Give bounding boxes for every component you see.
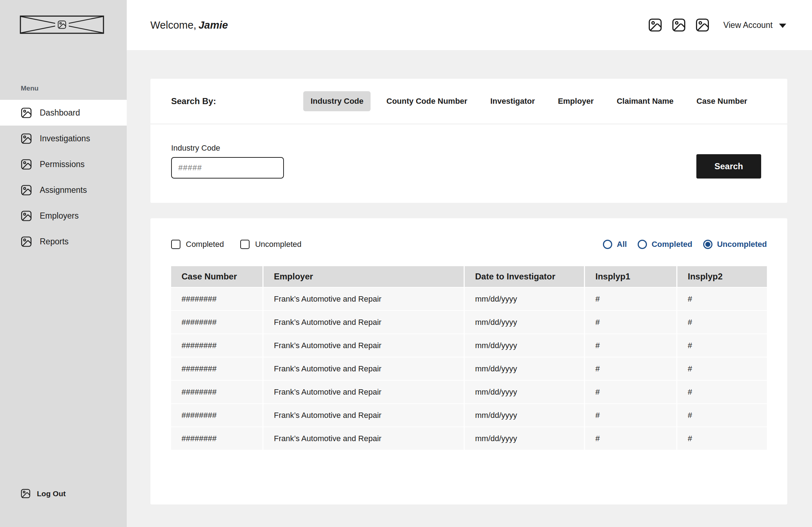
radio-completed[interactable]: Completed: [638, 240, 692, 249]
industry-code-input[interactable]: [171, 157, 284, 179]
radio-label: Completed: [652, 240, 692, 249]
search-form-row: Industry Code Search: [150, 124, 787, 179]
cell-insplyp1: #: [585, 334, 677, 357]
cell-case-number: ########: [171, 427, 264, 450]
header-actions: View Account: [647, 17, 786, 33]
tab-industry-code[interactable]: Industry Code: [303, 91, 371, 111]
table-row[interactable]: ######## Frank’s Automotive and Repair m…: [171, 427, 767, 450]
table-row[interactable]: ######## Frank’s Automotive and Repair m…: [171, 404, 767, 426]
cell-insplyp2: #: [677, 288, 767, 310]
cell-case-number: ########: [171, 288, 264, 310]
radio-uncompleted[interactable]: Uncompleted: [703, 240, 767, 249]
filters-row: Completed Uncompleted All Complet: [171, 240, 767, 249]
sidebar-item-assignments[interactable]: Assignments: [0, 177, 127, 203]
results-panel: Completed Uncompleted All Complet: [150, 218, 787, 504]
cell-case-number: ########: [171, 334, 264, 357]
column-header-insplyp2: Insplyp2: [677, 266, 767, 287]
column-header-insplyp1: Insplyp1: [585, 266, 677, 287]
image-placeholder-icon: [20, 107, 33, 119]
checkbox-label: Completed: [186, 240, 224, 249]
tab-county-code-number[interactable]: County Code Number: [379, 91, 474, 111]
industry-code-label: Industry Code: [171, 143, 284, 153]
welcome-prefix: Welcome,: [150, 19, 196, 31]
cell-case-number: ########: [171, 357, 264, 380]
table-row[interactable]: ######## Frank’s Automotive and Repair m…: [171, 357, 767, 380]
cell-insplyp1: #: [585, 427, 677, 450]
checkbox-icon: [171, 240, 180, 249]
cell-employer: Frank’s Automotive and Repair: [264, 357, 465, 380]
radio-selected-icon: [703, 240, 712, 249]
sidebar-item-label: Reports: [40, 237, 69, 247]
cell-employer: Frank’s Automotive and Repair: [264, 404, 465, 426]
sidebar-item-label: Investigations: [40, 134, 90, 143]
table-row[interactable]: ######## Frank’s Automotive and Repair m…: [171, 334, 767, 357]
table-row[interactable]: ######## Frank’s Automotive and Repair m…: [171, 288, 767, 310]
results-table: Case Number Employer Date to Investigato…: [171, 266, 767, 450]
cell-employer: Frank’s Automotive and Repair: [264, 288, 465, 310]
logo-image-placeholder-icon: [20, 15, 104, 34]
cell-insplyp1: #: [585, 381, 677, 403]
sidebar-item-label: Employers: [40, 211, 79, 221]
image-placeholder-icon: [20, 158, 33, 171]
cell-case-number: ########: [171, 404, 264, 426]
header: Welcome,Jamie View Account: [127, 0, 812, 50]
menu-heading: Menu: [21, 84, 127, 92]
logout-label: Log Out: [37, 489, 66, 498]
table-header-row: Case Number Employer Date to Investigato…: [171, 266, 767, 287]
app-root: Menu Dashboard Investigations Permission…: [0, 0, 812, 527]
table-row[interactable]: ######## Frank’s Automotive and Repair m…: [171, 311, 767, 333]
sidebar-item-investigations[interactable]: Investigations: [0, 126, 127, 151]
checkbox-uncompleted[interactable]: Uncompleted: [240, 240, 301, 249]
checkbox-completed[interactable]: Completed: [171, 240, 224, 249]
cell-employer: Frank’s Automotive and Repair: [264, 334, 465, 357]
tab-employer[interactable]: Employer: [551, 91, 601, 111]
column-header-date-to-investigator: Date to Investigator: [465, 266, 585, 287]
header-image-placeholder-icon[interactable]: [695, 17, 710, 33]
tab-investigator[interactable]: Investigator: [483, 91, 542, 111]
cell-insplyp1: #: [585, 288, 677, 310]
content-area: Search By: Industry Code County Code Num…: [127, 50, 812, 527]
sidebar-item-permissions[interactable]: Permissions: [0, 151, 127, 177]
cell-case-number: ########: [171, 311, 264, 333]
view-account-button[interactable]: View Account: [723, 20, 786, 30]
cell-date: mm/dd/yyyy: [465, 381, 585, 403]
image-placeholder-icon: [20, 132, 33, 145]
sidebar-nav: Dashboard Investigations Permissions Ass…: [0, 100, 127, 254]
column-header-case-number: Case Number: [171, 266, 264, 287]
checkbox-label: Uncompleted: [255, 240, 301, 249]
header-image-placeholder-icon[interactable]: [647, 17, 663, 33]
tab-claimant-name[interactable]: Claimant Name: [609, 91, 681, 111]
radio-group: All Completed Uncompleted: [603, 240, 767, 249]
sidebar-item-dashboard[interactable]: Dashboard: [0, 100, 127, 126]
tab-case-number[interactable]: Case Number: [689, 91, 754, 111]
cell-insplyp2: #: [677, 381, 767, 403]
sidebar-item-reports[interactable]: Reports: [0, 229, 127, 254]
image-placeholder-icon: [20, 210, 33, 222]
sidebar-item-label: Permissions: [40, 160, 84, 169]
welcome-username: Jamie: [198, 19, 228, 31]
cell-employer: Frank’s Automotive and Repair: [264, 381, 465, 403]
main-area: Welcome,Jamie View Account Search By: In…: [127, 0, 812, 527]
chevron-down-icon: [779, 24, 786, 28]
header-image-placeholder-icon[interactable]: [671, 17, 687, 33]
cell-insplyp1: #: [585, 357, 677, 380]
image-placeholder-icon: [20, 488, 31, 499]
view-account-label: View Account: [723, 20, 773, 30]
cell-employer: Frank’s Automotive and Repair: [264, 311, 465, 333]
cell-date: mm/dd/yyyy: [465, 404, 585, 426]
cell-insplyp1: #: [585, 311, 677, 333]
radio-label: All: [617, 240, 627, 249]
sidebar-item-label: Dashboard: [40, 108, 80, 118]
search-panel: Search By: Industry Code County Code Num…: [150, 79, 787, 203]
cell-insplyp2: #: [677, 357, 767, 380]
search-button[interactable]: Search: [696, 154, 761, 179]
image-placeholder-icon: [20, 235, 33, 248]
cell-date: mm/dd/yyyy: [465, 427, 585, 450]
logout-button[interactable]: Log Out: [20, 488, 66, 499]
sidebar-item-employers[interactable]: Employers: [0, 203, 127, 229]
cell-insplyp2: #: [677, 334, 767, 357]
radio-all[interactable]: All: [603, 240, 627, 249]
table-row[interactable]: ######## Frank’s Automotive and Repair m…: [171, 381, 767, 403]
cell-employer: Frank’s Automotive and Repair: [264, 427, 465, 450]
logo-placeholder: [20, 15, 104, 34]
